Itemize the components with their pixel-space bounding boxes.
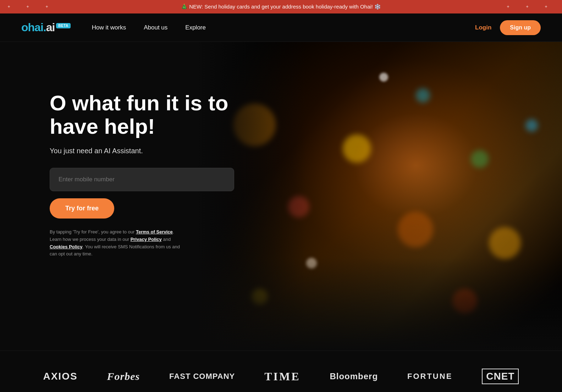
press-logo-bloomberg: Bloomberg [330, 371, 378, 381]
nav-link-explore[interactable]: Explore [185, 24, 206, 31]
hero-background [197, 42, 562, 350]
hero-content: O what fun it is to have help! You just … [50, 92, 234, 258]
signup-button[interactable]: Sign up [500, 20, 541, 35]
logo-ai: ai [46, 21, 55, 34]
logo[interactable]: ohai.aiBETA [21, 21, 71, 34]
hero-section: O what fun it is to have help! You just … [0, 42, 562, 350]
phone-input[interactable] [50, 168, 234, 191]
cookies-link[interactable]: Cookies Policy [50, 244, 82, 249]
logo-text: ohai.aiBETA [21, 21, 71, 34]
login-button[interactable]: Login [475, 24, 491, 31]
banner-text: 🎄 NEW: Send holiday cards and get your a… [181, 4, 381, 10]
logo-ohai: ohai. [21, 21, 46, 34]
press-section: AXIOS Forbes FAST COMPANY TIME Bloomberg… [0, 350, 562, 392]
nav-link-about-us[interactable]: About us [144, 24, 167, 31]
try-for-free-button[interactable]: Try for free [50, 198, 114, 219]
hero-title: O what fun it is to have help! [50, 92, 234, 138]
press-logo-fastcompany: FAST COMPANY [169, 372, 235, 381]
disclaimer-text: By tapping 'Try for Free', you agree to … [50, 228, 184, 258]
press-logo-fortune: FORTUNE [407, 372, 452, 381]
hero-subtitle: You just need an AI Assistant. [50, 147, 234, 155]
privacy-link[interactable]: Privacy Policy [131, 237, 162, 242]
terms-link[interactable]: Terms of Service [136, 229, 173, 234]
nav-right: Login Sign up [475, 20, 541, 35]
press-logo-cnet: CNET [482, 369, 519, 384]
press-logo-forbes: Forbes [107, 370, 140, 382]
press-logo-axios: AXIOS [43, 371, 77, 382]
beta-badge: BETA [56, 23, 70, 28]
nav-links: How it works About us Explore [92, 24, 475, 31]
navbar: ohai.aiBETA How it works About us Explor… [0, 13, 562, 42]
nav-link-how-it-works[interactable]: How it works [92, 24, 126, 31]
announcement-banner: 🎄 NEW: Send holiday cards and get your a… [0, 0, 562, 13]
press-logo-time: TIME [264, 370, 300, 383]
